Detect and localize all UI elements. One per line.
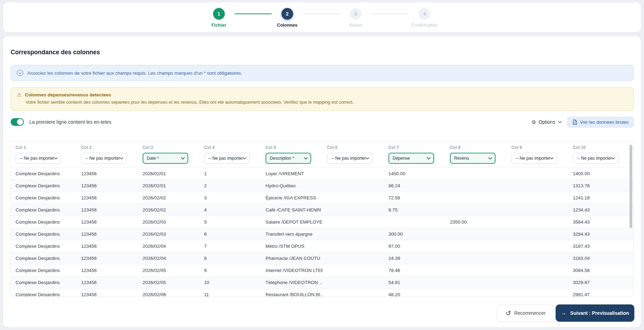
step-2-label: Colonnes [277, 22, 297, 28]
page-title: Correspondance des colonnes [11, 49, 100, 56]
chevron-down-icon [181, 157, 185, 160]
table-cell: Internet /VIDEOTRON LTEE [261, 268, 323, 273]
table-cell: 3584.43 [568, 219, 630, 225]
first-line-headers-toggle[interactable] [11, 118, 24, 126]
table-cell: 2026/02/02 [138, 207, 200, 213]
next-label: Suivant : Previsualisation [570, 310, 629, 316]
step-1-circle: 1 [213, 8, 225, 20]
table-cell: 2026/02/01 [138, 171, 200, 176]
table-cell: 78.46 [384, 268, 445, 273]
arrow-right-icon: → [561, 310, 566, 316]
table-cell: 6.75 [384, 207, 445, 213]
table-cell: 2026/02/01 [138, 183, 200, 188]
table-cell: Salaire /DEPOT EMPLOYE… [261, 219, 323, 225]
table-cell: Café /CAFE SAINT-HENRI [261, 207, 323, 213]
table-cell: Complexe Desjardins [11, 183, 77, 188]
table-cell: 8 [200, 256, 261, 261]
stepper: 1 Fichier 2 Colonnes 3 Revue 4 Confirmat… [3, 8, 641, 28]
table-cell: 1450.00 [384, 171, 445, 176]
mapping-column-header: Col 4 -- Ne pas importer -- [200, 145, 261, 164]
select-value: -- Ne pas importer -- [516, 156, 550, 161]
table-cell: 2 [200, 183, 261, 188]
column-mapping-select[interactable]: Revenu [450, 153, 496, 164]
mapping-header-row: Col 1 -- Ne pas importer -- Col 2 -- Ne … [11, 142, 633, 168]
table-cell: 123456 [77, 256, 138, 261]
chevron-down-icon [488, 157, 492, 160]
column-mapping-select[interactable]: -- Ne pas importer -- [511, 153, 557, 164]
info-banner-text: Associez les colonnes de votre fichier a… [27, 70, 242, 76]
step-colonnes[interactable]: 2 Colonnes [275, 8, 299, 28]
warning-triangle-icon: ⚠ [17, 92, 21, 97]
column-mapping-select[interactable]: -- Ne pas importer -- [16, 153, 61, 164]
table-cell: 2026/02/06 [138, 292, 200, 297]
table-cell: 1400.00 [568, 171, 630, 176]
column-label: Col 10 [573, 145, 630, 150]
chevron-down-icon [54, 157, 58, 160]
chevron-down-icon [612, 157, 615, 160]
table-cell: 123456 [77, 207, 138, 213]
table-cell: 86.24 [384, 183, 445, 188]
column-mapping-select[interactable]: -- Ne pas importer -- [327, 153, 373, 164]
table-cell: 10 [200, 280, 261, 285]
column-mapping-select[interactable]: -- Ne pas importer -- [573, 153, 618, 164]
column-mapping-select[interactable]: -- Ne pas importer -- [204, 153, 250, 164]
column-mapping-card: Correspondance des colonnes i Associez l… [3, 36, 641, 328]
table-vertical-scrollbar[interactable] [629, 145, 632, 228]
table-cell: 123456 [77, 292, 138, 297]
view-raw-data-button[interactable]: Voir les donnees brutes [567, 117, 634, 128]
table-cell: 123456 [77, 195, 138, 200]
table-cell: 123456 [77, 268, 138, 273]
column-mapping-select[interactable]: Dépense [388, 153, 434, 164]
options-button[interactable]: ⚙ Options [531, 119, 562, 125]
table-cell: 11 [200, 292, 261, 297]
chevron-down-icon [120, 157, 123, 160]
table-cell: Complexe Desjardins [11, 171, 77, 176]
table-cell: 2026/02/05 [138, 280, 200, 285]
next-button[interactable]: → Suivant : Previsualisation [556, 304, 634, 322]
gear-icon: ⚙ [531, 120, 536, 125]
table-cell: 123456 [77, 280, 138, 285]
table-cell: Téléphone /VIDEOTRON … [261, 280, 323, 285]
step-3-circle: 3 [350, 8, 362, 20]
column-label: Col 7 [388, 145, 445, 150]
table-row: Complexe Desjardins 1234562026/02/023Épi… [11, 192, 633, 204]
table-cell: 3029.67 [568, 280, 630, 285]
mapping-table-body: Complexe Desjardins 1234562026/02/011Loy… [11, 168, 633, 297]
select-value: -- Ne pas importer -- [85, 156, 120, 161]
restart-button[interactable]: ↺ Recommencer [497, 304, 554, 322]
warning-banner-body: Votre fichier semble contenir des colonn… [26, 100, 627, 105]
step-revue: 3 Revue [344, 8, 368, 28]
table-row: Complexe Desjardins 1234562026/02/0611Re… [11, 289, 633, 297]
table-cell: Complexe Desjardins [11, 292, 77, 297]
table-cell: 123456 [77, 232, 138, 237]
table-cell: Restaurant /BOUILLON BI… [261, 292, 323, 297]
table-cell: Complexe Desjardins [11, 280, 77, 285]
table-row: Complexe Desjardins 1234562026/02/0510Té… [11, 276, 633, 289]
info-icon: i [17, 70, 23, 76]
column-mapping-select[interactable]: Date * [143, 153, 188, 164]
warning-banner: ⚠ Colonnes depenses/revenus detectees Vo… [11, 87, 634, 111]
column-mapping-select[interactable]: Description * [266, 153, 311, 164]
table-cell: 2026/02/02 [138, 195, 200, 200]
column-label: Col 8 [450, 145, 507, 150]
table-cell: 2026/02/04 [138, 256, 200, 261]
table-cell: 9 [200, 268, 261, 273]
mapping-column-header: Col 1 -- Ne pas importer -- [11, 145, 77, 164]
table-cell: 1234.43 [568, 207, 630, 213]
table-row: Complexe Desjardins 1234562026/02/035Sal… [11, 216, 633, 228]
step-fichier[interactable]: 1 Fichier [207, 8, 231, 28]
table-cell: 48.20 [384, 292, 445, 297]
step-1-label: Fichier [211, 22, 226, 28]
table-cell: Pharmacie /JEAN COUTU [261, 256, 323, 261]
warning-banner-title: Colonnes depenses/revenus detectees [25, 92, 111, 97]
table-cell: 1 [200, 171, 261, 176]
table-cell: 123456 [77, 171, 138, 176]
select-value: -- Ne pas importer -- [577, 156, 612, 161]
select-value: -- Ne pas importer -- [331, 156, 366, 161]
view-raw-data-label: Voir les donnees brutes [580, 120, 628, 125]
column-label: Col 3 [143, 145, 200, 150]
column-mapping-select[interactable]: -- Ne pas importer -- [81, 153, 127, 164]
mapping-column-header: Col 10 -- Ne pas importer -- [568, 145, 630, 164]
column-label: Col 1 [16, 145, 77, 150]
stepper-connector [234, 13, 272, 14]
